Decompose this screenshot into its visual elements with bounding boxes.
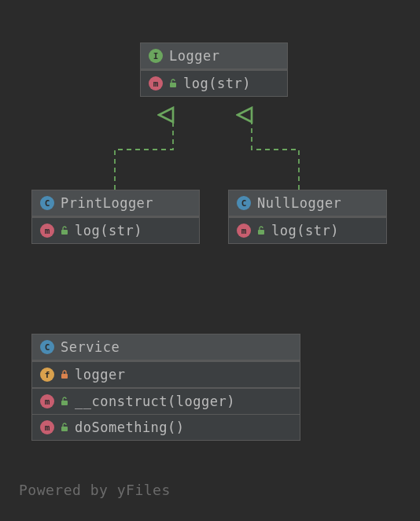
member-name: log(str) <box>271 223 339 238</box>
svg-rect-1 <box>61 230 68 235</box>
lock-open-icon <box>61 423 68 432</box>
member-row: f logger <box>32 360 300 387</box>
member-name: logger <box>75 367 125 382</box>
class-header: C PrintLogger <box>32 190 199 216</box>
class-icon: C <box>237 196 251 210</box>
watermark-text: Powered by yFiles <box>19 482 171 498</box>
lock-open-icon <box>61 397 68 406</box>
lock-open-icon <box>257 226 265 235</box>
class-name: Service <box>61 339 120 355</box>
member-name: __construct(logger) <box>75 394 235 409</box>
class-header: I Logger <box>141 43 287 69</box>
method-icon: m <box>40 224 54 238</box>
class-box-service[interactable]: C Service f logger m __construct(logger)… <box>31 334 300 441</box>
member-row: m log(str) <box>141 69 287 96</box>
class-header: C NullLogger <box>229 190 386 216</box>
class-box-logger[interactable]: I Logger m log(str) <box>140 42 288 97</box>
method-icon: m <box>149 76 163 91</box>
method-icon: m <box>40 394 54 408</box>
class-icon: C <box>40 196 54 210</box>
member-row: m __construct(logger) <box>32 387 300 414</box>
lock-open-icon <box>169 79 177 88</box>
svg-rect-2 <box>258 230 264 235</box>
svg-rect-0 <box>170 83 176 87</box>
method-icon: m <box>237 224 251 238</box>
field-icon: f <box>40 368 54 382</box>
member-row: m log(str) <box>32 216 199 243</box>
member-row: m doSomething() <box>32 414 300 440</box>
class-box-printlogger[interactable]: C PrintLogger m log(str) <box>31 190 200 244</box>
member-name: log(str) <box>183 76 251 91</box>
member-row: m log(str) <box>229 216 386 243</box>
class-header: C Service <box>32 334 300 360</box>
class-box-nulllogger[interactable]: C NullLogger m log(str) <box>228 190 387 244</box>
member-name: doSomething() <box>75 419 185 435</box>
class-name: Logger <box>169 48 219 64</box>
lock-open-icon <box>61 226 68 235</box>
svg-rect-5 <box>61 427 68 431</box>
class-icon: C <box>40 340 54 354</box>
class-name: PrintLogger <box>61 195 153 211</box>
lock-closed-icon <box>61 370 68 379</box>
svg-rect-3 <box>61 374 68 379</box>
member-name: log(str) <box>75 223 142 238</box>
svg-rect-4 <box>61 401 68 405</box>
interface-icon: I <box>149 49 163 63</box>
method-icon: m <box>40 420 54 434</box>
class-name: NullLogger <box>257 195 341 211</box>
